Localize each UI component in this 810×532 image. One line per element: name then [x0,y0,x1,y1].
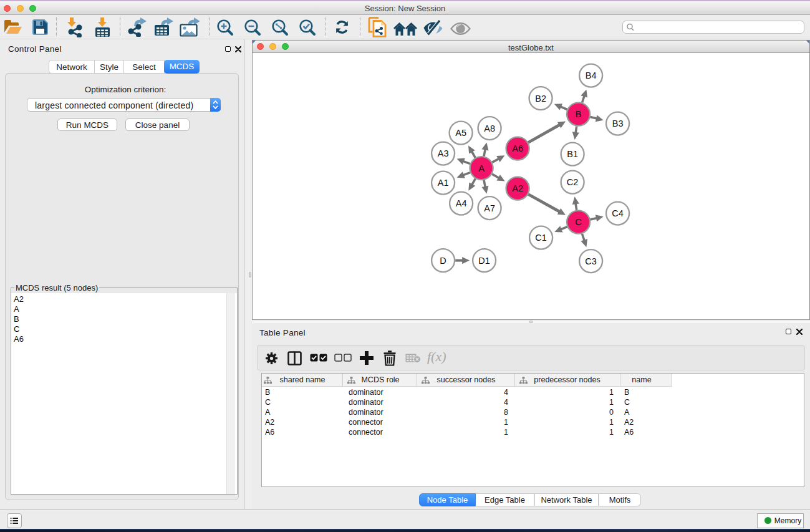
svg-text:B2: B2 [535,94,546,104]
svg-text:C4: C4 [612,208,624,218]
svg-text:A5: A5 [455,128,466,138]
svg-text:C3: C3 [585,256,597,266]
svg-text:A1: A1 [438,178,449,188]
svg-text:B3: B3 [612,118,624,128]
svg-text:C: C [575,217,581,227]
svg-text:A3: A3 [438,148,449,158]
svg-text:C2: C2 [567,177,579,187]
svg-text:D1: D1 [478,256,490,266]
svg-text:A: A [478,163,485,173]
svg-text:A6: A6 [512,143,523,153]
svg-text:A8: A8 [484,123,495,133]
svg-text:B: B [576,109,582,119]
svg-text:B4: B4 [586,70,597,80]
svg-text:A2: A2 [512,183,523,193]
svg-text:D: D [440,256,446,266]
svg-text:C1: C1 [535,233,547,243]
svg-text:A4: A4 [456,198,467,208]
svg-text:B1: B1 [567,149,578,159]
svg-text:A7: A7 [484,203,495,213]
